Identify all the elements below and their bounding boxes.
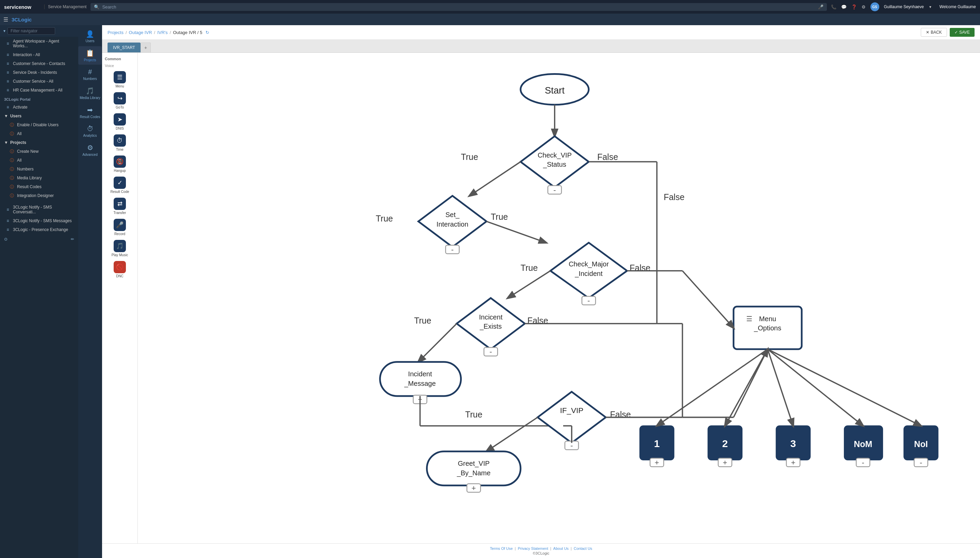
info-icon-8: ⓘ bbox=[10, 193, 14, 198]
icon-nav-users[interactable]: 👤 Users bbox=[78, 27, 102, 46]
sidebar-item-service-desk[interactable]: ≡ Service Desk - Incidents bbox=[0, 68, 78, 77]
list-icon-sms-msg: ≡ bbox=[5, 218, 10, 223]
sidebar-item-media-library[interactable]: ⓘ Media Library bbox=[0, 174, 78, 182]
toolbox-item-dnc[interactable]: 🚫 DNC bbox=[102, 259, 138, 280]
projects-icon: 📋 bbox=[86, 49, 94, 57]
sidebar-item-activate[interactable]: ≡ Activate bbox=[0, 103, 78, 112]
svg-text:2: 2 bbox=[722, 438, 728, 449]
breadcrumb-projects[interactable]: Projects bbox=[108, 30, 123, 35]
help-icon[interactable]: ❓ bbox=[851, 5, 857, 10]
svg-text:_Status: _Status bbox=[543, 161, 566, 168]
advanced-icon: ⚙ bbox=[87, 144, 93, 152]
sidebar-item-result-codes[interactable]: ⓘ Result Codes bbox=[0, 182, 78, 191]
about-link[interactable]: About Us bbox=[553, 547, 569, 550]
list-icon-6: ≡ bbox=[5, 88, 10, 92]
nav-filter-row: ▾ bbox=[0, 25, 78, 37]
sidebar-item-projects-all[interactable]: ⓘ All bbox=[0, 156, 78, 165]
chat-icon[interactable]: 💬 bbox=[841, 5, 847, 10]
info-icon-3: ⓘ bbox=[10, 149, 14, 154]
toolbox-item-transfer[interactable]: ⇄ Transfer bbox=[102, 195, 138, 217]
refresh-icon[interactable]: ↻ bbox=[205, 30, 209, 35]
save-check-icon: ✓ bbox=[954, 30, 958, 35]
svg-line-11 bbox=[469, 162, 520, 195]
toolbox-item-time[interactable]: ⏱ Time bbox=[102, 132, 138, 153]
sidebar-item-enable-disable-users[interactable]: ⓘ Enable / Disable Users bbox=[0, 120, 78, 129]
toolbox-item-menu[interactable]: ☰ Menu bbox=[102, 69, 138, 90]
svg-text:+: + bbox=[472, 484, 476, 492]
svg-text:+: + bbox=[723, 458, 727, 467]
edit-icon[interactable]: ✏ bbox=[71, 237, 74, 241]
list-icon-3: ≡ bbox=[5, 61, 10, 66]
search-input[interactable] bbox=[102, 5, 815, 10]
toolbox-item-play-music[interactable]: 🎵 Play Music bbox=[102, 238, 138, 259]
svg-text:+: + bbox=[655, 458, 659, 467]
icon-nav-media[interactable]: 🎵 Media Library bbox=[78, 84, 102, 102]
svg-text:Menu: Menu bbox=[759, 315, 776, 323]
sidebar-item-interaction-all[interactable]: ≡ Interaction - All bbox=[0, 50, 78, 59]
svg-text:Interaction: Interaction bbox=[437, 220, 468, 228]
icon-nav-advanced[interactable]: ⚙ Advanced bbox=[78, 141, 102, 159]
svg-line-21 bbox=[487, 222, 546, 243]
settings-icon[interactable]: ⚙ bbox=[862, 5, 866, 10]
user-name[interactable]: Guillaume Seynhaeve bbox=[884, 5, 924, 9]
toolbox-item-goto[interactable]: ↪ GoTo bbox=[102, 90, 138, 111]
welcome-text: Welcome Guillaume bbox=[939, 5, 976, 9]
phone-icon[interactable]: 📞 bbox=[831, 5, 836, 10]
numbers-icon: # bbox=[88, 68, 92, 76]
sidebar-item-create-new[interactable]: ⓘ Create New bbox=[0, 147, 78, 156]
left-sidebar: ▾ ≡ Agent Workspace - Agent Works... ≡ I… bbox=[0, 25, 78, 558]
svg-text:Check_Major: Check_Major bbox=[569, 260, 609, 268]
breadcrumb-actions: ✕ BACK ✓ SAVE bbox=[921, 28, 975, 37]
collapse-icon: ▼ bbox=[4, 114, 8, 118]
privacy-link[interactable]: Privacy Statement bbox=[518, 547, 548, 550]
breadcrumb-ivrs[interactable]: IVR's bbox=[157, 30, 168, 35]
svg-text:_By_Name: _By_Name bbox=[456, 469, 491, 477]
contact-link[interactable]: Contact Us bbox=[574, 547, 592, 550]
toolbox-item-record[interactable]: 🎤 Record bbox=[102, 217, 138, 238]
toolbox-item-dnis[interactable]: ➤ DNIS bbox=[102, 111, 138, 132]
breadcrumb-sep-3: / bbox=[170, 30, 171, 35]
icon-nav-result-codes[interactable]: ➡ Result Codes bbox=[78, 103, 102, 121]
icon-nav-analytics[interactable]: ⏱ Analytics bbox=[78, 122, 102, 140]
sidebar-item-integration-designer[interactable]: ⓘ Integration Designer bbox=[0, 191, 78, 200]
flow-diagram[interactable]: Start Check_VIP _Status - True False bbox=[138, 53, 980, 543]
svg-line-68 bbox=[683, 271, 734, 328]
icon-nav-projects[interactable]: 📋 Projects bbox=[78, 46, 102, 65]
sidebar-item-sms-convo[interactable]: ≡ 3CLogic Notify - SMS Conversati... bbox=[0, 203, 78, 217]
sidebar-collapse-users[interactable]: ▼ Users bbox=[0, 112, 78, 120]
search-icon: 🔍 bbox=[94, 5, 99, 10]
tab-add-button[interactable]: + bbox=[141, 43, 151, 53]
save-button[interactable]: ✓ SAVE bbox=[950, 28, 975, 37]
svg-line-96 bbox=[768, 349, 921, 426]
sidebar-item-hr-case[interactable]: ≡ HR Case Management - All bbox=[0, 86, 78, 95]
tab-ivr-start[interactable]: IVR_START bbox=[108, 43, 141, 53]
svg-text:-: - bbox=[489, 347, 492, 356]
toolbox-item-hangup[interactable]: 📵 Hangup bbox=[102, 153, 138, 174]
breadcrumb-outage-ivr[interactable]: Outage IVR bbox=[129, 30, 152, 35]
svg-text:Set_: Set_ bbox=[445, 211, 460, 219]
sidebar-item-presence-exchange[interactable]: ≡ 3CLogic - Presence Exchange bbox=[0, 225, 78, 234]
sidebar-item-sms-messages[interactable]: ≡ 3CLogic Notify - SMS Messages bbox=[0, 217, 78, 225]
sidebar-collapse-projects[interactable]: ▼ Projects bbox=[0, 138, 78, 147]
terms-link[interactable]: Terms Of Use bbox=[490, 547, 513, 550]
hamburger-icon[interactable]: ☰ bbox=[3, 16, 8, 23]
sidebar-item-users-all[interactable]: ⓘ All bbox=[0, 129, 78, 138]
copyright: ©3CLogic bbox=[105, 551, 977, 555]
back-button[interactable]: ✕ BACK bbox=[921, 28, 947, 37]
svg-text:NoM: NoM bbox=[854, 439, 872, 449]
footer: Terms Of Use | Privacy Statement | About… bbox=[102, 543, 980, 558]
play-music-icon: 🎵 bbox=[114, 240, 126, 252]
home-icon[interactable]: ⊙ bbox=[4, 237, 8, 241]
sidebar-item-customer-service-all[interactable]: ≡ Customer Service - All bbox=[0, 77, 78, 86]
info-icon-5: ⓘ bbox=[10, 167, 14, 171]
toolbox-item-result-code[interactable]: ✓ Result Code bbox=[102, 174, 138, 195]
svg-text:False: False bbox=[663, 192, 684, 202]
list-icon-sms-convo: ≡ bbox=[5, 207, 10, 212]
svg-text:Check_VIP: Check_VIP bbox=[538, 151, 572, 159]
icon-nav-numbers[interactable]: # Numbers bbox=[78, 65, 102, 84]
filter-nav-input[interactable] bbox=[8, 27, 55, 35]
sidebar-item-customer-service-contacts[interactable]: ≡ Customer Service - Contacts bbox=[0, 59, 78, 68]
sidebar-item-agent-workspace[interactable]: ≡ Agent Workspace - Agent Works... bbox=[0, 37, 78, 50]
sidebar-item-numbers[interactable]: ⓘ Numbers bbox=[0, 165, 78, 174]
list-icon-5: ≡ bbox=[5, 79, 10, 84]
